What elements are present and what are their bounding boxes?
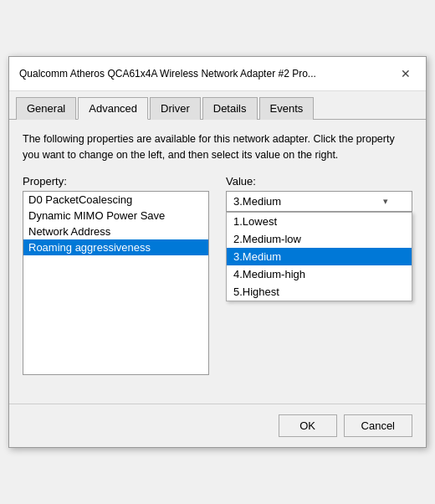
property-list[interactable]: D0 PacketCoalescingDynamic MIMO Power Sa…	[23, 191, 209, 375]
window-title: Qualcomm Atheros QCA61x4A Wireless Netwo…	[19, 68, 316, 80]
property-item-mimo[interactable]: Dynamic MIMO Power Save	[23, 208, 208, 224]
value-label: Value:	[226, 175, 412, 188]
dropdown-arrow-icon: ▾	[383, 196, 388, 207]
property-label: Property:	[23, 175, 209, 188]
dropdown-selected-value: 3.Medium	[233, 195, 281, 208]
tab-events[interactable]: Events	[259, 97, 315, 120]
value-dropdown-container: 3.Medium ▾ 1.Lowest2.Medium-low3.Medium4…	[226, 191, 412, 301]
columns-container: Property: D0 PacketCoalescingDynamic MIM…	[23, 175, 412, 375]
title-bar: Qualcomm Atheros QCA61x4A Wireless Netwo…	[9, 57, 426, 91]
value-column: Value: 3.Medium ▾ 1.Lowest2.Medium-low3.…	[226, 175, 412, 301]
dropdown-option-medium[interactable]: 3.Medium	[227, 248, 412, 265]
close-button[interactable]: ✕	[396, 64, 416, 84]
footer: OK Cancel	[9, 404, 426, 447]
property-item-d0[interactable]: D0 PacketCoalescing	[23, 192, 208, 208]
dropdown-option-medium_high[interactable]: 4.Medium-high	[227, 265, 412, 283]
tab-general[interactable]: General	[16, 97, 76, 120]
dropdown-trigger[interactable]: 3.Medium ▾	[226, 191, 412, 212]
tab-details[interactable]: Details	[202, 97, 258, 120]
dialog-window: Qualcomm Atheros QCA61x4A Wireless Netwo…	[8, 56, 427, 448]
property-item-network[interactable]: Network Address	[23, 224, 208, 239]
cancel-button[interactable]: Cancel	[344, 414, 412, 437]
property-column: Property: D0 PacketCoalescingDynamic MIM…	[23, 175, 209, 375]
property-item-roaming[interactable]: Roaming aggressiveness	[23, 239, 208, 255]
tab-bar: GeneralAdvancedDriverDetailsEvents	[9, 91, 426, 120]
dropdown-option-lowest[interactable]: 1.Lowest	[227, 213, 412, 230]
dropdown-option-highest[interactable]: 5.Highest	[227, 283, 412, 301]
dropdown-menu: 1.Lowest2.Medium-low3.Medium4.Medium-hig…	[226, 212, 412, 301]
dropdown-option-medium_low[interactable]: 2.Medium-low	[227, 230, 412, 248]
tab-driver[interactable]: Driver	[150, 97, 201, 120]
tab-advanced[interactable]: Advanced	[78, 97, 148, 120]
ok-button[interactable]: OK	[279, 414, 337, 437]
content-area: The following properties are available f…	[9, 120, 426, 387]
description-text: The following properties are available f…	[23, 131, 412, 163]
